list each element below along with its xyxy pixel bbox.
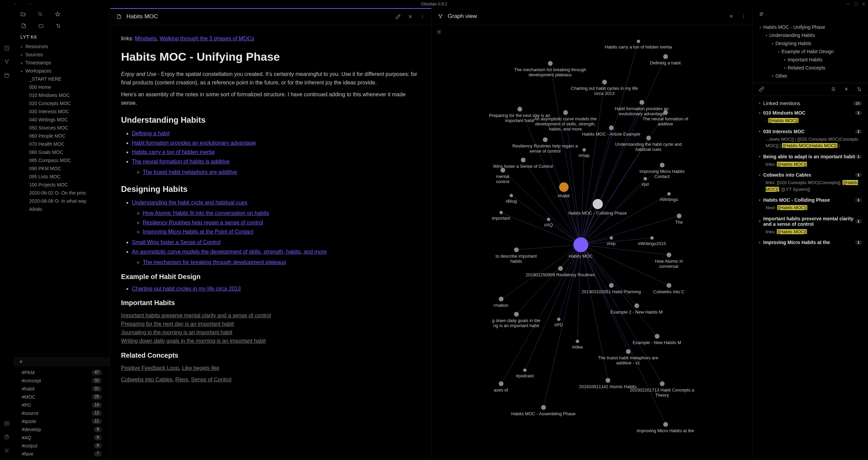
note-link[interactable]: Habits carry a ton of hidden inertia [132,149,215,155]
graph-node[interactable] [655,334,659,339]
star-icon[interactable] [55,12,60,17]
note-link[interactable]: Resiliency Routines help regain a sense … [143,220,263,225]
graph-node[interactable] [514,247,519,252]
tag-item[interactable]: #fave7 [17,450,106,458]
graph-node[interactable] [602,80,607,84]
graph-node[interactable] [499,381,504,386]
note-link[interactable]: Journaling in the morning is an importan… [121,329,232,335]
nav-back-icon[interactable]: ← [14,2,18,6]
graph-node[interactable] [521,158,526,162]
search-icon[interactable] [38,12,43,17]
graph-node[interactable] [609,283,614,288]
backlink-file[interactable]: Habits MOC - Colliding Phase1 [757,195,863,203]
note-link[interactable]: Small Wins foster a Sense of Control [132,239,220,245]
note-link[interactable]: Writing down daily goals in the morning … [121,338,266,344]
more-graph-icon[interactable] [741,14,746,19]
note-link[interactable]: An asymptotic curve models the developme… [132,249,327,255]
quick-switcher-icon[interactable] [4,45,9,51]
graph-node[interactable] [499,211,503,214]
link-sense[interactable]: Sense of Control [191,377,231,382]
file-item[interactable]: 2020-06-02 O- On the proc [17,189,106,197]
graph-canvas[interactable]: Habits MOCHabits MOC - Colliding Phase#h… [432,24,753,460]
graph-node[interactable] [644,177,647,180]
graph-node[interactable] [663,54,668,59]
file-item[interactable]: 060 People MOC [17,132,106,140]
backlink-file[interactable]: 030 Interests MOC1 [757,127,863,135]
graph-node[interactable] [646,136,651,140]
file-item[interactable]: 085 Compass MOC [17,156,106,164]
new-folder-icon[interactable] [38,23,44,28]
backlink-snippet[interactable]: ...dsets MOC]] | [[020 Concepts MOC|Conc… [757,135,863,152]
folder-item[interactable]: Workspaces [17,67,106,75]
outline-item[interactable]: Habits MOC - Unifying Phase [760,23,861,31]
graph-node[interactable] [637,40,640,43]
settings-icon[interactable] [4,448,9,453]
close-tab-icon[interactable] [408,14,413,19]
graph-node[interactable] [663,422,668,427]
graph-node[interactable] [660,381,665,386]
new-note-icon[interactable] [21,23,26,28]
close-graph-icon[interactable] [729,14,734,19]
graph-node[interactable] [500,168,505,173]
file-item[interactable]: 095 Lists MOC [17,173,106,181]
tag-item[interactable]: #PKM47 [17,368,106,377]
edit-icon[interactable] [395,14,401,19]
graph-node[interactable] [517,107,522,112]
file-item[interactable]: 030 Interests MOC [17,107,106,116]
graph-icon[interactable] [4,59,9,64]
folder-item[interactable]: Sources [17,51,106,59]
backlink-file[interactable]: Cobwebs into Cables1 [757,170,863,178]
outline-item[interactable]: Other [760,72,861,80]
minimize-icon[interactable]: — [846,2,850,6]
close-icon[interactable]: ✕ [862,2,865,6]
graph-node[interactable] [634,303,639,308]
backlinks-header[interactable]: Linked mentions19 [757,98,863,108]
sort-icon[interactable] [56,23,61,28]
graph-node[interactable] [609,125,614,130]
note-link[interactable]: Habit formation provides an evolutionary… [132,140,256,146]
graph-node[interactable] [548,61,553,66]
tag-item[interactable]: #AQ8 [17,434,106,442]
backlink-file[interactable]: Improving Micro Habits at the1 [757,238,863,246]
context-icon[interactable] [844,86,849,92]
file-item[interactable]: _START HERE [17,75,106,83]
graph-node[interactable] [541,405,546,410]
note-link[interactable]: Important habits preserve mental clarity… [121,313,271,318]
note-link[interactable]: The mechanism for breaking through devel… [143,259,286,265]
daily-note-icon[interactable] [4,73,9,78]
tag-item[interactable]: #MOC25 [17,393,106,401]
backlink-file[interactable]: Important habits preserve mental clarity… [757,214,863,227]
graph-node[interactable] [667,192,671,196]
file-explorer-icon[interactable] [20,12,26,17]
graph-node[interactable] [543,137,548,142]
tag-item[interactable]: #source12 [17,409,106,417]
link-reps[interactable]: Reps [175,377,188,382]
file-item[interactable]: 070 Health MOC [17,140,106,148]
note-link[interactable]: Defining a habit [132,131,170,136]
note-link[interactable]: Improving Micro Habits at the Point of C… [143,229,253,235]
link-charting[interactable]: Charting out habit cycles in my life cir… [132,286,241,292]
graph-node[interactable] [558,266,563,271]
graph-node[interactable] [639,100,644,105]
graph-node[interactable] [593,199,603,209]
folder-item[interactable]: Timestamps [17,59,106,67]
note-link[interactable]: How Atomic Habits fit into the conversat… [143,210,269,216]
tag-item[interactable]: #develop9 [17,425,106,434]
file-item[interactable]: Aikido [17,205,106,213]
graph-node[interactable] [677,214,682,218]
file-item[interactable]: 100 Projects MOC [17,181,106,189]
outline-item[interactable]: Related Concepts [760,64,861,72]
graph-node[interactable] [563,110,568,115]
backlink-snippet[interactable]: links: [[Habits MOC]] [757,227,863,238]
maximize-icon[interactable]: ☐ [854,2,858,6]
file-item[interactable]: 000 Home [17,83,106,91]
file-item[interactable]: 040 Writings MOC [17,116,106,124]
file-item[interactable]: 050 Sources MOC [17,124,106,132]
backlinks-tab-icon[interactable] [759,86,764,92]
more-icon[interactable] [420,14,425,19]
outline-item[interactable]: Understanding Habits [760,31,861,39]
outline-item[interactable]: Designing Habits [760,39,861,47]
note-link[interactable]: The neural formation of habits is additi… [132,159,230,164]
graph-node[interactable] [667,253,671,257]
backlink-snippet[interactable]: - [[Habits MOC]] [757,116,863,127]
